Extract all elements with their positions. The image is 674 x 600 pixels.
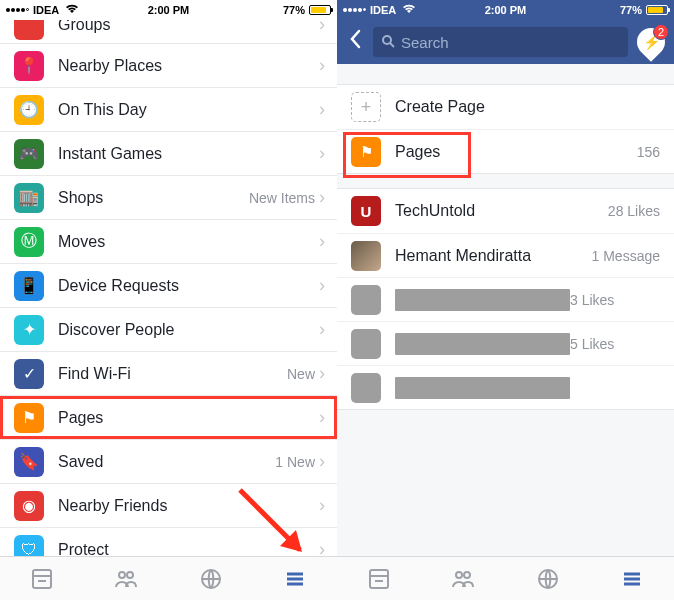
tab-bar [0, 556, 337, 600]
menu-list[interactable]: Groups›📍Nearby Places›🕘On This Day›🎮Inst… [0, 20, 337, 556]
menu-item-label: Saved [58, 453, 275, 471]
menu-item-find-wi-fi[interactable]: ✓Find Wi-FiNew› [0, 352, 337, 396]
chevron-right-icon: › [319, 451, 325, 472]
svg-point-16 [456, 572, 462, 578]
page-entry-label [395, 289, 570, 311]
chevron-right-icon: › [319, 407, 325, 428]
menu-item-meta: New [287, 366, 315, 382]
wifi-icon: ✓ [14, 359, 44, 389]
search-icon [381, 34, 395, 51]
messenger-badge: 2 [653, 24, 669, 40]
status-bar: IDEA 2:00 PM 77% [0, 0, 337, 20]
carrier-label: IDEA [370, 4, 396, 16]
svg-point-17 [464, 572, 470, 578]
menu-item-nearby-places[interactable]: 📍Nearby Places› [0, 44, 337, 88]
page-entry[interactable] [337, 365, 674, 409]
avatar [351, 373, 381, 403]
pages-header-section: + Create Page ⚑ Pages 156 [337, 84, 674, 174]
discover-icon: ✦ [14, 315, 44, 345]
clock-icon: 🕘 [14, 95, 44, 125]
avatar [351, 329, 381, 359]
svg-line-12 [390, 43, 394, 47]
page-entry-label [395, 377, 570, 399]
section-gap [337, 174, 674, 188]
menu-item-meta: 1 New [275, 454, 315, 470]
menu-item-meta: New Items [249, 190, 315, 206]
games-icon: 🎮 [14, 139, 44, 169]
chevron-right-icon: › [319, 231, 325, 252]
menu-item-label: Shops [58, 189, 249, 207]
shield-icon: 🛡 [14, 535, 44, 557]
pages-row[interactable]: ⚑ Pages 156 [337, 129, 674, 173]
nearby-icon: ◉ [14, 491, 44, 521]
menu-item-label: Groups [58, 20, 319, 34]
page-entry-meta: 3 Likes [570, 292, 614, 308]
menu-item-saved[interactable]: 🔖Saved1 New› [0, 440, 337, 484]
shop-icon: 🏬 [14, 183, 44, 213]
device-icon: 📱 [14, 271, 44, 301]
search-input[interactable]: Search [373, 27, 628, 57]
tab-globe[interactable] [506, 557, 590, 600]
bookmark-icon: 🔖 [14, 447, 44, 477]
battery-icon [309, 5, 331, 15]
moves-icon: Ⓜ [14, 227, 44, 257]
svg-point-3 [119, 572, 125, 578]
back-button[interactable] [345, 29, 365, 55]
tab-bar [337, 556, 674, 600]
chevron-right-icon: › [319, 99, 325, 120]
menu-item-discover-people[interactable]: ✦Discover People› [0, 308, 337, 352]
tab-menu[interactable] [590, 557, 674, 600]
chevron-right-icon: › [319, 495, 325, 516]
menu-item-instant-games[interactable]: 🎮Instant Games› [0, 132, 337, 176]
avatar [351, 285, 381, 315]
tab-menu[interactable] [253, 557, 337, 600]
page-entry[interactable]: 5 Likes [337, 321, 674, 365]
battery-icon [646, 5, 668, 15]
menu-item-on-this-day[interactable]: 🕘On This Day› [0, 88, 337, 132]
avatar [351, 241, 381, 271]
page-entry-label [395, 333, 570, 355]
menu-item-label: Find Wi-Fi [58, 365, 287, 383]
create-page-label: Create Page [395, 98, 660, 116]
menu-item-pages[interactable]: ⚑Pages› [0, 396, 337, 440]
page-entry[interactable]: 3 Likes [337, 277, 674, 321]
tab-friends[interactable] [84, 557, 168, 600]
page-entry-meta: 1 Message [592, 248, 660, 264]
wifi-icon [65, 4, 79, 16]
chevron-right-icon: › [319, 20, 325, 35]
left-screen: IDEA 2:00 PM 77% Groups›📍Nearby Places›🕘… [0, 0, 337, 600]
flag-icon: ⚑ [351, 137, 381, 167]
messenger-button[interactable]: ⚡ 2 [636, 27, 666, 57]
chevron-right-icon: › [319, 539, 325, 556]
battery-pct: 77% [283, 4, 305, 16]
menu-item-protect[interactable]: 🛡Protect› [0, 528, 337, 556]
page-entry-meta: 5 Likes [570, 336, 614, 352]
battery-pct: 77% [620, 4, 642, 16]
chevron-right-icon: › [319, 319, 325, 340]
tab-feed[interactable] [337, 557, 421, 600]
menu-item-shops[interactable]: 🏬ShopsNew Items› [0, 176, 337, 220]
tab-feed[interactable] [0, 557, 84, 600]
menu-item-groups[interactable]: Groups› [0, 20, 337, 44]
svg-point-11 [383, 36, 391, 44]
menu-item-label: Discover People [58, 321, 319, 339]
pages-label: Pages [395, 143, 637, 161]
chevron-right-icon: › [319, 55, 325, 76]
menu-item-device-requests[interactable]: 📱Device Requests› [0, 264, 337, 308]
menu-item-nearby-friends[interactable]: ◉Nearby Friends› [0, 484, 337, 528]
svg-point-4 [127, 572, 133, 578]
menu-item-moves[interactable]: ⓂMoves› [0, 220, 337, 264]
tab-globe[interactable] [169, 557, 253, 600]
page-entry[interactable]: UTechUntold28 Likes [337, 189, 674, 233]
tab-friends[interactable] [421, 557, 505, 600]
svg-rect-13 [370, 570, 388, 588]
menu-item-label: Nearby Places [58, 57, 319, 75]
status-bar: IDEA 2:00 PM 77% [337, 0, 674, 20]
carrier-label: IDEA [33, 4, 59, 16]
create-page-row[interactable]: + Create Page [337, 85, 674, 129]
signal-dots-icon [6, 8, 29, 12]
menu-item-label: Pages [58, 409, 319, 427]
pages-count: 156 [637, 144, 660, 160]
page-entry[interactable]: Hemant Mendiratta1 Message [337, 233, 674, 277]
menu-item-label: Moves [58, 233, 319, 251]
